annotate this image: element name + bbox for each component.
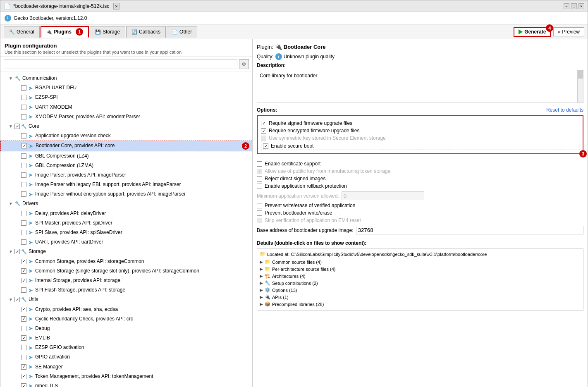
expand-per-arch[interactable]: ▶ 📁 Per-architecture source files (4) [260,265,581,272]
tree-item-gbl-lz4[interactable]: ➤ GBL Compression (LZ4) [0,151,252,161]
tree-item-ezsp-gpio[interactable]: ➤ EZSP GPIO activation [0,343,252,352]
ezsp-checkbox[interactable] [21,95,26,100]
tree-item-internal-storage[interactable]: ➤ Internal Storage, provides API: storag… [0,276,252,285]
maximize-button[interactable]: □ [571,3,577,9]
utils-category-checkbox[interactable] [14,297,20,302]
gbl-lzma-checkbox[interactable] [21,163,26,168]
se-manager-checkbox[interactable] [21,364,26,370]
mbed-tls-checkbox[interactable] [21,383,26,387]
enable-rollback-checkbox[interactable] [257,184,262,189]
tab-other[interactable]: 📄 Other [167,26,197,38]
preview-button[interactable]: « Preview [553,27,584,36]
search-filter-button[interactable]: ⚙ [239,59,249,69]
require-signed-checkbox[interactable] [261,121,266,126]
tree-item-mbed-tls[interactable]: ➤ mbed TLS [0,381,252,387]
symmetric-key-checkbox[interactable] [261,136,266,141]
close-button[interactable]: × [578,3,584,9]
uart-driver-checkbox[interactable] [21,239,26,245]
tree-item-utils-category[interactable]: ▼ 🔧 Utils [0,295,252,304]
expand-options-det[interactable]: ▶ ⚙️ Options (13) [260,287,581,294]
tree-item-image-parser[interactable]: ➤ Image Parser, provides API: imageParse… [0,170,252,180]
crc-checkbox[interactable] [21,316,26,322]
tree-item-gpio[interactable]: ➤ GPIO activation [0,352,252,362]
tree-item-storage-category[interactable]: ▼ 🔧 Storage [0,247,252,256]
spi-flash-checkbox[interactable] [21,287,26,293]
tree-item-common-storage[interactable]: ➤ Common Storage, provides API: storageC… [0,257,252,266]
xmodem-checkbox[interactable] [21,114,26,119]
gbl-lz4-checkbox[interactable] [21,153,26,159]
token-mgmt-checkbox[interactable] [21,374,26,379]
enable-cert-checkbox[interactable] [257,161,262,167]
spi-slave-checkbox[interactable] [21,230,26,235]
tree-item-xmodem[interactable]: ➤ XMODEM Parser, provides API: xmodemPar… [0,112,252,122]
desc-scrollbar[interactable] [577,70,583,103]
expand-setup[interactable]: ▶ 🔧 Setup contributions (2) [260,280,581,287]
crypto-checkbox[interactable] [21,307,26,312]
minimize-button[interactable]: − [564,3,569,9]
common-storage-single-checkbox[interactable] [21,268,26,274]
core-category-checkbox[interactable] [14,124,20,129]
tree-item-ezsp[interactable]: ➤ EZSP-SPI [0,93,252,102]
tree-item-se-manager[interactable]: ➤ SE Manager [0,362,252,372]
delay-checkbox[interactable] [21,211,26,216]
min-version-input[interactable] [342,191,424,200]
tree-item-bgapi[interactable]: ➤ BGAPI UART DFU [0,83,252,93]
tree-item-spi-master[interactable]: ➤ SPI Master, provides API: spiDriver [0,218,252,228]
tab-plugins[interactable]: 🔌 Plugins 1 [41,26,89,38]
prevent-bootloader-checkbox[interactable] [257,210,262,216]
tree-item-communication[interactable]: ▼ 🔧 Communication [0,74,252,83]
close-tab-btn[interactable]: × [113,3,119,10]
tree-item-core-category[interactable]: ▼ 🔧 Core [0,122,252,131]
common-storage-checkbox[interactable] [21,259,26,264]
reset-defaults-link[interactable]: Reset to defaults [546,107,583,113]
uart-checkbox[interactable] [21,105,26,110]
emlib-checkbox[interactable] [21,335,26,341]
tree-item-image-parser-noenc[interactable]: ➤ Image Parser without encryption suppor… [0,189,252,199]
tree-item-gbl-lzma[interactable]: ➤ GBL Compression (LZMA) [0,161,252,170]
debug-checkbox[interactable] [21,326,26,331]
generate-button[interactable]: Generate 4 [514,27,551,37]
base-addr-input[interactable] [356,226,584,234]
tree-item-debug[interactable]: ➤ Debug [0,324,252,333]
internal-storage-checkbox[interactable] [21,278,26,283]
require-encrypted-checkbox[interactable] [261,128,266,134]
expand-architectures[interactable]: ▶ 🏗️ Architectures (4) [260,272,581,280]
tree-item-crypto[interactable]: ➤ Crypto, provides API: aes, sha, ecdsa [0,305,252,314]
prevent-write-checkbox[interactable] [257,203,262,208]
storage-category-checkbox[interactable] [14,249,20,254]
image-parser-ebl-checkbox[interactable] [21,182,26,187]
image-parser-noenc-checkbox[interactable] [21,191,26,197]
image-parser-checkbox[interactable] [21,172,26,178]
search-input[interactable] [4,59,237,69]
tree-item-spi-flash[interactable]: ➤ SPI Flash Storage, provides API: stora… [0,285,252,295]
reject-direct-checkbox[interactable] [257,176,262,182]
tab-storage[interactable]: 💾 Storage [90,26,125,38]
bgapi-checkbox[interactable] [21,85,26,91]
bootloader-core-checkbox[interactable] [22,143,27,148]
allow-public-key-checkbox[interactable] [257,169,262,174]
tree-item-emlib[interactable]: ➤ EMLIB [0,333,252,343]
tree-item-image-parser-ebl[interactable]: ➤ Image Parser with legacy EBL support, … [0,180,252,189]
expand-apis[interactable]: ▶ 🔌 APIs (1) [260,294,581,301]
plugin-config-header: Plugin configuration Use this section to… [0,39,252,57]
tab-general[interactable]: 🔧 General [4,26,40,38]
app-upgrade-checkbox[interactable] [21,133,26,139]
tree-item-drivers-category[interactable]: ▼ 🔧 Drivers [0,199,252,208]
tree-item-uart-driver[interactable]: ➤ UART, provides API: uartDriver [0,237,252,247]
tree-item-spi-slave[interactable]: ➤ SPI Slave, provides API: spiSlaveDrive… [0,228,252,237]
expand-precompiled[interactable]: ▶ 📦 Precompiled libraries (28) [260,301,581,308]
gpio-checkbox[interactable] [21,355,26,360]
enable-secure-boot-checkbox[interactable] [263,143,268,149]
ezsp-gpio-checkbox[interactable] [21,345,26,350]
tree-item-common-storage-single[interactable]: ➤ Common Storage (single storage slot on… [0,266,252,276]
skip-verification-checkbox[interactable] [257,218,262,223]
tree-item-bootloader-core[interactable]: ➤ Bootloader Core, provides API: core 2 [0,141,252,151]
tree-item-app-upgrade[interactable]: ➤ Application upgrade version check [0,131,252,141]
spi-master-checkbox[interactable] [21,220,26,226]
tree-item-uart[interactable]: ➤ UART XMODEM [0,103,252,112]
tab-callbacks[interactable]: 🔄 Callbacks [126,26,166,38]
tree-item-token-mgmt[interactable]: ➤ Token Management, provides API: tokenM… [0,372,252,381]
tree-item-delay[interactable]: ➤ Delay, provides API: delayDriver [0,209,252,218]
tree-item-crc[interactable]: ➤ Cyclic Redundancy Check, provides API:… [0,314,252,324]
expand-common-src[interactable]: ▶ 📁 Common source files (4) [260,258,581,265]
